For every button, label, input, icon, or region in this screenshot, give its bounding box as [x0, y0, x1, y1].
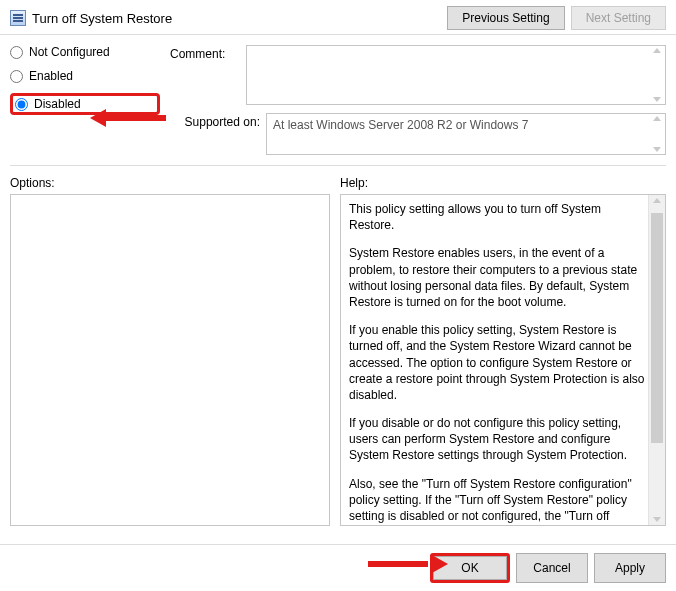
- chevron-down-icon: [653, 517, 661, 522]
- radio-disabled-highlight: Disabled: [10, 93, 160, 115]
- apply-button[interactable]: Apply: [594, 553, 666, 583]
- comment-label: Comment:: [170, 45, 240, 105]
- title-wrap: Turn off System Restore: [10, 10, 172, 26]
- supported-scroll: [651, 116, 663, 152]
- options-column: Options:: [10, 176, 330, 526]
- state-radio-group: Not Configured Enabled Disabled: [10, 45, 160, 155]
- previous-setting-button[interactable]: Previous Setting: [447, 6, 564, 30]
- policy-icon: [10, 10, 26, 26]
- supported-label: Supported on:: [170, 113, 260, 155]
- radio-enabled[interactable]: Enabled: [10, 69, 160, 83]
- chevron-down-icon: [653, 147, 661, 152]
- supported-text: At least Windows Server 2008 R2 or Windo…: [267, 114, 649, 136]
- help-paragraph: If you enable this policy setting, Syste…: [349, 322, 645, 403]
- dialog-header: Turn off System Restore Previous Setting…: [0, 0, 676, 35]
- dialog-title: Turn off System Restore: [32, 11, 172, 26]
- dialog-footer: OK Cancel Apply: [0, 544, 676, 591]
- config-row: Not Configured Enabled Disabled Comment:: [0, 35, 676, 155]
- nav-buttons: Previous Setting Next Setting: [447, 6, 666, 30]
- supported-field: At least Windows Server 2008 R2 or Windo…: [266, 113, 666, 155]
- help-scrollbar[interactable]: [648, 195, 665, 525]
- radio-disabled[interactable]: Disabled: [15, 97, 81, 111]
- help-label: Help:: [340, 176, 666, 190]
- help-box-container: This policy setting allows you to turn o…: [340, 194, 666, 526]
- radio-enabled-label: Enabled: [29, 69, 73, 83]
- help-column: Help: This policy setting allows you to …: [340, 176, 666, 526]
- cancel-button[interactable]: Cancel: [516, 553, 588, 583]
- radio-enabled-input[interactable]: [10, 70, 23, 83]
- next-setting-button[interactable]: Next Setting: [571, 6, 666, 30]
- help-box[interactable]: This policy setting allows you to turn o…: [341, 195, 665, 526]
- ok-button[interactable]: OK: [433, 556, 507, 580]
- radio-not-configured-label: Not Configured: [29, 45, 110, 59]
- chevron-up-icon: [653, 198, 661, 203]
- radio-not-configured-input[interactable]: [10, 46, 23, 59]
- panels: Options: Help: This policy setting allow…: [0, 176, 676, 526]
- comment-field[interactable]: [246, 45, 666, 105]
- help-paragraph: This policy setting allows you to turn o…: [349, 201, 645, 233]
- chevron-down-icon: [653, 97, 661, 102]
- radio-not-configured[interactable]: Not Configured: [10, 45, 160, 59]
- radio-disabled-input[interactable]: [15, 98, 28, 111]
- divider: [10, 165, 666, 166]
- chevron-up-icon: [653, 116, 661, 121]
- chevron-up-icon: [653, 48, 661, 53]
- options-label: Options:: [10, 176, 330, 190]
- radio-disabled-label: Disabled: [34, 97, 81, 111]
- help-paragraph: Also, see the "Turn off System Restore c…: [349, 476, 645, 526]
- options-box: [10, 194, 330, 526]
- help-paragraph: System Restore enables users, in the eve…: [349, 245, 645, 310]
- ok-highlight: OK: [430, 553, 510, 583]
- scrollbar-thumb[interactable]: [651, 213, 663, 443]
- help-paragraph: If you disable or do not configure this …: [349, 415, 645, 464]
- comment-scroll: [651, 48, 663, 102]
